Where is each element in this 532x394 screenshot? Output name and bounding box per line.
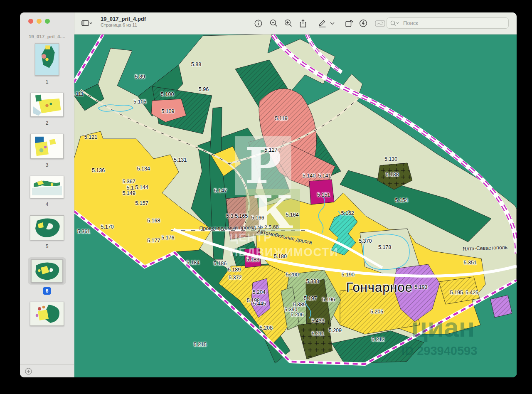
info-button[interactable] [253,18,264,28]
page-7-thumbnail [30,302,64,325]
thumb-item-4[interactable]: 4 [30,176,64,208]
add-page-icon[interactable] [25,368,32,375]
page-number-5: 5 [43,243,52,250]
thumb-item-3[interactable]: 3 [30,134,64,169]
page-4-thumbnail [30,176,64,198]
thumbnail-list: 1 2 3 [20,41,74,364]
info-icon [254,20,262,27]
page-number-3: 3 [43,161,52,169]
search-icon [390,20,400,26]
markup-button[interactable] [317,18,328,28]
zoom-in-button[interactable] [283,18,294,28]
preview-window: 19_017_pril_4.... 1 2 [20,12,517,377]
document-title: 19_017_pril_4.pdf [101,16,146,22]
search-field[interactable] [387,17,509,29]
page-number-1: 1 [43,78,52,86]
rotate-icon [345,19,354,27]
share-button[interactable] [298,18,308,28]
page-5-thumbnail [30,216,64,240]
zoom-window-button[interactable] [45,19,50,24]
sidebar-toggle-icon [81,20,92,27]
thumb-item-7[interactable] [30,302,64,326]
page-1-thumbnail [35,44,59,75]
window-controls [20,12,74,29]
pen-circle-icon [359,19,367,27]
zoom-in-icon [284,19,293,27]
signature-form-icon [375,20,385,27]
markup-pencil-icon [318,19,327,27]
thumb-item-5[interactable]: 5 [30,215,64,250]
page-2-thumbnail [31,93,63,116]
sidebar-doc-title: 19_017_pril_4.... [20,29,74,41]
page-3-thumbnail [31,134,63,158]
page-indicator: Страница 6 из 11 [101,22,146,28]
page-number-6: 6 [43,287,52,295]
sidebar-footer [20,364,74,377]
zoom-out-icon [270,19,278,27]
zoom-out-button[interactable] [268,18,279,28]
zoning-map [74,34,517,377]
page-number-4: 4 [43,201,52,208]
share-icon [299,19,307,28]
thumb-item-2[interactable]: 2 [30,93,64,127]
search-input[interactable] [402,20,505,27]
toolbar: 19_017_pril_4.pdf Страница 6 из 11 [74,12,517,34]
chevron-down-icon [330,22,335,25]
document-title-block: 19_017_pril_4.pdf Страница 6 из 11 [101,16,146,28]
thumbnail-sidebar: 19_017_pril_4.... 1 2 [20,12,74,377]
sidebar-toggle-button[interactable] [81,18,92,28]
fill-sign-button[interactable] [374,18,385,28]
minimize-window-button[interactable] [37,19,42,24]
page-number-2: 2 [43,119,52,127]
thumb-item-6[interactable]: 6 [28,257,66,295]
rotate-button[interactable] [344,18,355,28]
thumb-item-1[interactable]: 1 [35,43,59,86]
page-6-thumbnail [32,260,62,282]
pdf-page-canvas[interactable]: Р К ЦЕНТР НЕДВИЖИМОСТИ циан ID 293940593… [74,34,517,377]
markup-dropdown-button[interactable] [328,18,336,28]
close-window-button[interactable] [28,19,33,24]
highlight-button[interactable] [358,18,369,28]
